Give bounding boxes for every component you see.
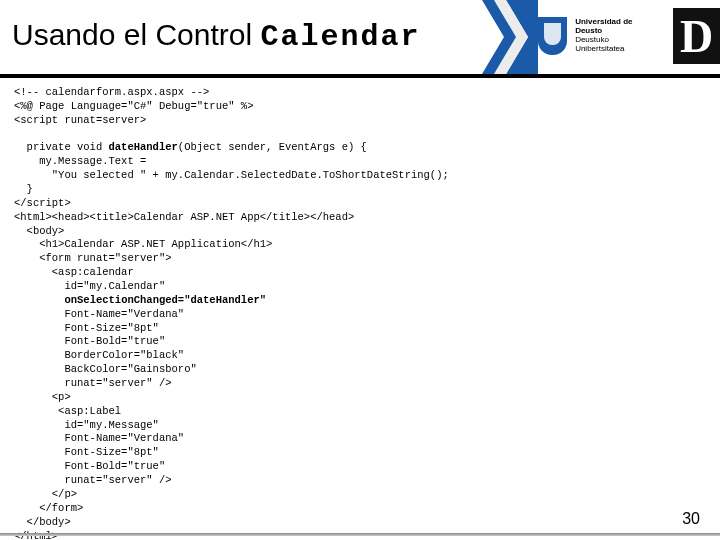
slide-header: Usando el Control Calendar Universidad d… (0, 0, 720, 78)
university-logo: Universidad de Deusto Deustuko Unibertsi… (538, 8, 720, 64)
logo-area: Universidad de Deusto Deustuko Unibertsi… (510, 0, 720, 74)
slide-title: Usando el Control Calendar (12, 18, 421, 54)
title-prefix: Usando el Control (12, 18, 260, 51)
header-chevron-icon (482, 0, 538, 74)
code-block: <!-- calendarform.aspx.aspx --> <%@ Page… (14, 86, 449, 540)
university-line2: Deustuko Unibertsitatea (575, 36, 659, 54)
shield-icon (538, 17, 567, 55)
footer-divider (0, 533, 720, 536)
page-number: 30 (682, 510, 700, 528)
d-badge: D (673, 8, 720, 64)
title-mono: Calendar (260, 20, 420, 54)
university-name: Universidad de Deusto Deustuko Unibertsi… (575, 18, 659, 53)
university-line1: Universidad de Deusto (575, 18, 659, 36)
